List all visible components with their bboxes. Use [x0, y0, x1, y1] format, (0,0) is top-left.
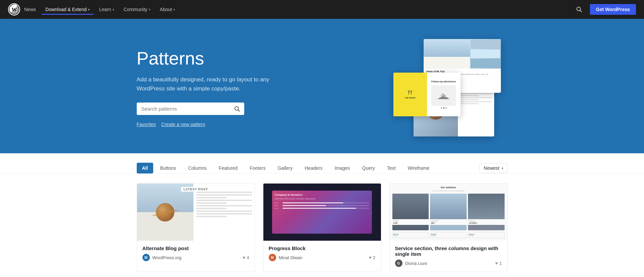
nav-search-button[interactable]: [574, 4, 585, 15]
pattern-preview-3: Our solutions Lorem ipsum dolor sit amet…: [390, 184, 507, 241]
pattern-likes-3: ♥ 1: [495, 261, 502, 266]
pattern-meta-1: W WordPress.org ♥ 4: [142, 254, 249, 261]
tab-gallery[interactable]: Gallery: [272, 163, 298, 173]
likes-count-3: 1: [499, 261, 502, 266]
nav-item-community[interactable]: Community ▾: [120, 4, 155, 15]
download-chevron-icon: ▾: [88, 8, 90, 11]
likes-count-2: 2: [373, 255, 375, 260]
hero-collage: Views of Mt. Fuji An exhibition of early…: [380, 39, 508, 136]
sp-col-1: LOREM IPSUM: [392, 194, 429, 230]
nav-item-download[interactable]: Download & Extend ▾: [41, 4, 94, 15]
pattern-preview-1: LATEST POST JUPITER: [137, 184, 255, 241]
heart-icon-3: ♥: [495, 261, 498, 266]
nav-item-news[interactable]: News: [20, 4, 40, 15]
hero-search-form: [137, 103, 244, 115]
pattern-likes-2: ♥ 2: [369, 255, 376, 260]
sp-col-2: DOLOR ST AMET: [430, 194, 467, 230]
favorites-link[interactable]: Favorites: [137, 122, 156, 127]
pattern-title-3: Service section, three columns design wi…: [395, 245, 502, 257]
tab-buttons[interactable]: Buttons: [155, 163, 181, 173]
pattern-card[interactable]: Our solutions Lorem ipsum dolor sit amet…: [389, 183, 508, 272]
svg-text:W: W: [11, 7, 17, 12]
pattern-info-2: Progress Block M Minal Diwan ♥ 2: [263, 241, 381, 266]
search-input[interactable]: [137, 103, 230, 115]
sp-title: Our solutions: [392, 186, 505, 189]
pattern-info-1: Alternate Blog post W WordPress.org ♥ 4: [137, 241, 255, 266]
nav-right: Get WordPress: [574, 4, 636, 15]
tab-all[interactable]: All: [137, 163, 154, 173]
tab-text[interactable]: Text: [382, 163, 401, 173]
pattern-meta-2: M Minal Diwan ♥ 2: [269, 254, 376, 261]
category-tabs: All Buttons Columns Featured Footers Gal…: [137, 163, 435, 173]
learn-chevron-icon: ▾: [113, 8, 114, 11]
tab-wireframe[interactable]: Wireframe: [402, 163, 435, 173]
about-chevron-icon: ▾: [173, 8, 175, 11]
tab-featured[interactable]: Featured: [213, 163, 243, 173]
categories-section: All Buttons Columns Featured Footers Gal…: [0, 153, 644, 174]
patterns-section: LATEST POST JUPITER: [121, 174, 524, 277]
pattern-likes-1: ♥ 4: [243, 255, 249, 260]
svg-line-3: [580, 10, 582, 12]
wordpress-logo[interactable]: W: [8, 3, 20, 15]
heart-icon-1: ♥: [243, 255, 245, 260]
author-name-3: Gloria Liuni: [405, 261, 492, 266]
heart-icon-2: ♥: [369, 255, 372, 260]
main-navigation: W News Download & Extend ▾ Learn ▾ Commu…: [0, 0, 644, 19]
hero-section: Patterns Add a beautifully designed, rea…: [0, 19, 644, 153]
community-chevron-icon: ▾: [149, 8, 151, 11]
pattern-title-2: Progress Block: [269, 245, 376, 251]
search-button[interactable]: [230, 103, 244, 115]
nav-item-about[interactable]: About ▾: [156, 4, 179, 15]
nav-links: News Download & Extend ▾ Learn ▾ Communi…: [20, 4, 574, 15]
create-pattern-link[interactable]: Create a new pattern: [161, 122, 205, 127]
tab-columns[interactable]: Columns: [183, 163, 212, 173]
hero-action-links: Favorites Create a new pattern: [137, 122, 298, 127]
hero-description: Add a beautifully designed, ready to go …: [137, 75, 298, 93]
hero-title: Patterns: [137, 48, 298, 68]
sort-dropdown[interactable]: Newest ▾: [479, 163, 508, 173]
hero-content: Patterns Add a beautifully designed, rea…: [137, 48, 298, 127]
tab-headers[interactable]: Headers: [299, 163, 328, 173]
likes-count-1: 4: [247, 255, 249, 260]
tab-query[interactable]: Query: [357, 163, 380, 173]
tab-images[interactable]: Images: [329, 163, 355, 173]
author-avatar-2: M: [269, 254, 276, 261]
pattern-meta-3: G Gloria Liuni ♥ 1: [395, 260, 502, 267]
author-name-1: WordPress.org: [153, 255, 240, 260]
pattern-info-3: Service section, three columns design wi…: [390, 241, 507, 272]
sort-chevron-icon: ▾: [502, 166, 503, 170]
get-wordpress-button[interactable]: Get WordPress: [590, 4, 636, 15]
hero-card-tarot: ⛩ THE MOON Follow my adventures: [393, 73, 461, 116]
author-avatar-3: G: [395, 260, 402, 267]
tab-footers[interactable]: Footers: [244, 163, 271, 173]
sp-col-3: QUISQUE COLUIMDES: [468, 194, 505, 230]
nav-item-learn[interactable]: Learn ▾: [95, 4, 118, 15]
svg-line-5: [238, 110, 240, 111]
pattern-card[interactable]: Company In Numbers Lorem ipsum dolor sit…: [263, 183, 381, 272]
author-name-2: Minal Diwan: [279, 255, 366, 260]
pattern-card[interactable]: LATEST POST JUPITER: [137, 183, 255, 272]
pattern-label-1: LATEST POST: [181, 187, 210, 192]
author-avatar-1: W: [142, 254, 150, 261]
pattern-title-1: Alternate Blog post: [142, 245, 249, 251]
patterns-grid: LATEST POST JUPITER: [137, 183, 508, 272]
sort-label: Newest: [484, 165, 500, 171]
pattern-preview-2: Company In Numbers Lorem ipsum dolor sit…: [263, 184, 381, 241]
